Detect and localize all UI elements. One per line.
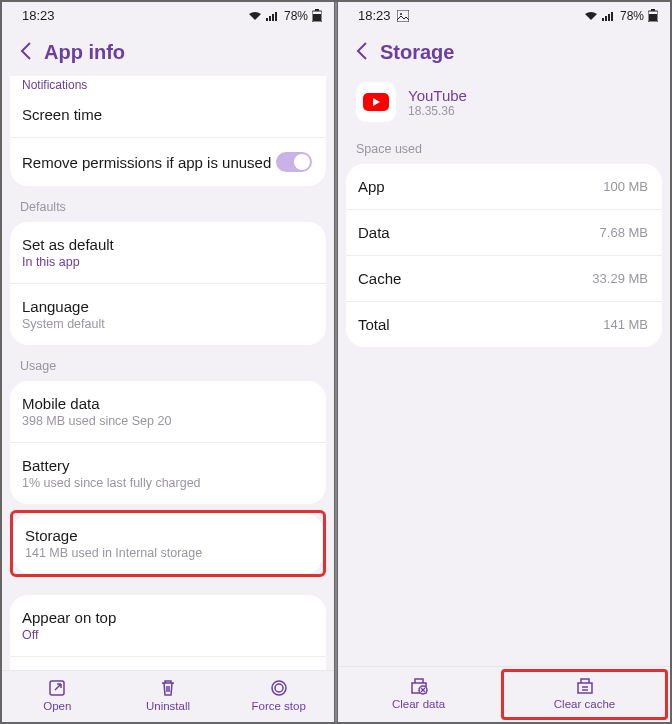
page-title: App info bbox=[44, 41, 125, 64]
battery-label: Battery bbox=[22, 457, 201, 474]
battery-sub: 1% used since last fully charged bbox=[22, 476, 201, 490]
battery-pct: 78% bbox=[620, 9, 644, 23]
uninstall-label: Uninstall bbox=[146, 700, 190, 712]
clear-cache-button[interactable]: Clear cache bbox=[501, 669, 668, 720]
open-label: Open bbox=[43, 700, 71, 712]
svg-point-9 bbox=[275, 684, 283, 692]
battery-icon bbox=[648, 9, 658, 22]
content-scroll[interactable]: Space used App 100 MB Data 7.68 MB Cache… bbox=[338, 128, 670, 666]
uninstall-button[interactable]: Uninstall bbox=[113, 671, 224, 722]
notifications-row-cut[interactable]: Notifications bbox=[10, 76, 326, 92]
appear-on-top-label: Appear on top bbox=[22, 609, 116, 626]
cache-size-row: Cache 33.29 MB bbox=[346, 256, 662, 302]
language-sub: System default bbox=[22, 317, 105, 331]
language-row[interactable]: Language System default bbox=[10, 284, 326, 345]
svg-rect-1 bbox=[269, 16, 271, 21]
card-usage-2: Appear on top Off Picture-in-picture All… bbox=[10, 595, 326, 670]
mobile-data-label: Mobile data bbox=[22, 395, 171, 412]
screen-time-label: Screen time bbox=[22, 106, 102, 123]
force-stop-label: Force stop bbox=[252, 700, 306, 712]
force-stop-button[interactable]: Force stop bbox=[223, 671, 334, 722]
remove-permissions-label: Remove permissions if app is unused bbox=[22, 154, 271, 171]
storage-sub: 141 MB used in Internal storage bbox=[25, 546, 202, 560]
space-used-label: Space used bbox=[338, 128, 670, 164]
remove-permissions-row[interactable]: Remove permissions if app is unused bbox=[10, 138, 326, 186]
status-bar: 18:23 78% bbox=[2, 2, 334, 25]
storage-highlight: Storage 141 MB used in Internal storage bbox=[10, 510, 326, 577]
app-size-value: 100 MB bbox=[603, 179, 648, 194]
appear-on-top-row[interactable]: Appear on top Off bbox=[10, 595, 326, 657]
status-time: 18:23 bbox=[358, 8, 391, 23]
storage-label: Storage bbox=[25, 527, 202, 544]
mobile-data-sub: 398 MB used since Sep 20 bbox=[22, 414, 171, 428]
phone-app-info: 18:23 78% App info Notifications Screen … bbox=[2, 2, 335, 722]
clear-cache-label: Clear cache bbox=[554, 698, 615, 710]
app-version: 18.35.36 bbox=[408, 104, 467, 118]
svg-rect-0 bbox=[266, 18, 268, 21]
battery-pct: 78% bbox=[284, 9, 308, 23]
card-storage: Storage 141 MB used in Internal storage bbox=[13, 513, 323, 574]
total-size-row: Total 141 MB bbox=[346, 302, 662, 347]
clear-data-icon bbox=[409, 677, 429, 695]
total-size-label: Total bbox=[358, 316, 390, 333]
header: App info bbox=[2, 25, 334, 76]
usage-section-label: Usage bbox=[2, 345, 334, 381]
set-default-row[interactable]: Set as default In this app bbox=[10, 222, 326, 284]
back-button[interactable] bbox=[356, 42, 368, 63]
total-size-value: 141 MB bbox=[603, 317, 648, 332]
set-default-label: Set as default bbox=[22, 236, 114, 253]
page-title: Storage bbox=[380, 41, 454, 64]
appear-on-top-sub: Off bbox=[22, 628, 116, 642]
status-right: 78% bbox=[584, 9, 658, 23]
svg-rect-3 bbox=[275, 12, 277, 21]
svg-rect-2 bbox=[272, 14, 274, 21]
open-icon bbox=[48, 679, 66, 697]
mobile-data-row[interactable]: Mobile data 398 MB used since Sep 20 bbox=[10, 381, 326, 443]
back-button[interactable] bbox=[20, 42, 32, 63]
clear-data-button[interactable]: Clear data bbox=[338, 667, 499, 722]
header: Storage bbox=[338, 25, 670, 76]
svg-point-11 bbox=[400, 13, 402, 15]
svg-rect-10 bbox=[397, 10, 409, 22]
content-scroll[interactable]: Notifications Screen time Remove permiss… bbox=[2, 76, 334, 670]
data-size-row: Data 7.68 MB bbox=[346, 210, 662, 256]
bottom-bar: Open Uninstall Force stop bbox=[2, 670, 334, 722]
app-name: YouTube bbox=[408, 87, 467, 104]
cache-size-label: Cache bbox=[358, 270, 401, 287]
youtube-icon bbox=[356, 82, 396, 122]
wifi-icon bbox=[248, 11, 262, 21]
bottom-bar: Clear data Clear cache bbox=[338, 666, 670, 722]
screen-time-row[interactable]: Screen time bbox=[10, 92, 326, 138]
open-button[interactable]: Open bbox=[2, 671, 113, 722]
status-right: 78% bbox=[248, 9, 322, 23]
battery-icon bbox=[312, 9, 322, 22]
wifi-icon bbox=[584, 11, 598, 21]
svg-rect-6 bbox=[313, 14, 321, 21]
set-default-sub: In this app bbox=[22, 255, 114, 269]
battery-row[interactable]: Battery 1% used since last fully charged bbox=[10, 443, 326, 504]
card-usage-1: Mobile data 398 MB used since Sep 20 Bat… bbox=[10, 381, 326, 504]
svg-point-8 bbox=[272, 681, 286, 695]
data-size-value: 7.68 MB bbox=[600, 225, 648, 240]
signal-icon bbox=[602, 11, 616, 21]
cache-size-value: 33.29 MB bbox=[592, 271, 648, 286]
card-top: Notifications Screen time Remove permiss… bbox=[10, 76, 326, 186]
data-size-label: Data bbox=[358, 224, 390, 241]
pip-row[interactable]: Picture-in-picture Allowed bbox=[10, 657, 326, 670]
svg-rect-12 bbox=[602, 18, 604, 21]
trash-icon bbox=[159, 679, 177, 697]
app-size-label: App bbox=[358, 178, 385, 195]
clear-data-label: Clear data bbox=[392, 698, 445, 710]
signal-icon bbox=[266, 11, 280, 21]
storage-row[interactable]: Storage 141 MB used in Internal storage bbox=[13, 513, 323, 574]
card-space-used: App 100 MB Data 7.68 MB Cache 33.29 MB T… bbox=[346, 164, 662, 347]
remove-permissions-toggle[interactable] bbox=[276, 152, 312, 172]
svg-rect-15 bbox=[611, 12, 613, 21]
language-label: Language bbox=[22, 298, 105, 315]
svg-rect-13 bbox=[605, 16, 607, 21]
app-size-row: App 100 MB bbox=[346, 164, 662, 210]
svg-rect-14 bbox=[608, 14, 610, 21]
app-header: YouTube 18.35.36 bbox=[338, 76, 670, 128]
status-time: 18:23 bbox=[22, 8, 55, 23]
clear-cache-icon bbox=[575, 677, 595, 695]
